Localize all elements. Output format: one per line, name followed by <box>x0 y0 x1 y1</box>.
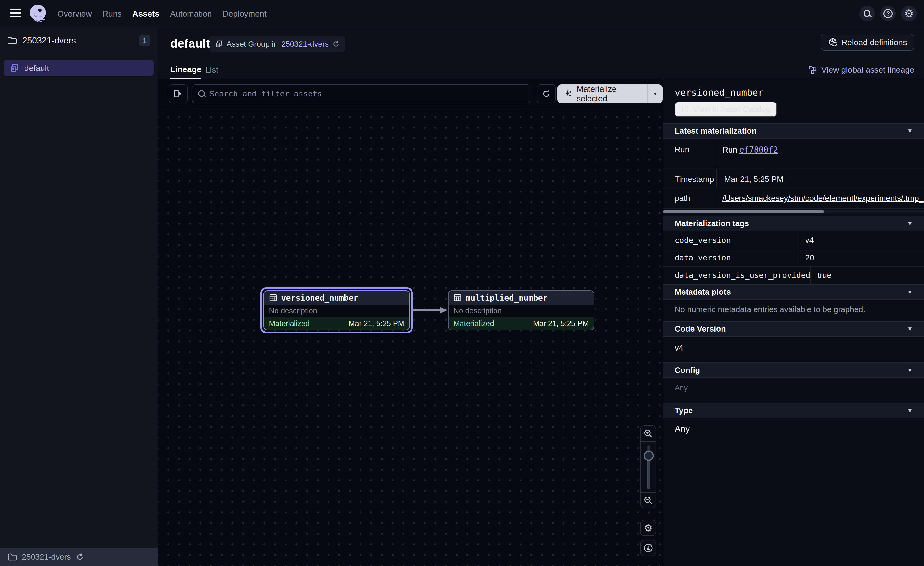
view-global-asset-lineage-link[interactable]: View global asset lineage <box>808 61 914 79</box>
nav-item-runs[interactable]: Runs <box>102 9 122 18</box>
graph-settings-button[interactable]: ⚙ <box>640 520 656 536</box>
lineage-canvas[interactable]: versioned_number No description Material… <box>158 108 663 566</box>
asset-node-description: No description <box>264 305 409 317</box>
chevron-down-icon: ▼ <box>907 367 913 373</box>
external-link-icon <box>681 105 689 113</box>
chevron-down-icon: ▼ <box>907 220 913 227</box>
sidebar-footer[interactable]: 250321-dvers <box>0 548 158 566</box>
tag-row-data-version: data_version 20 <box>663 249 924 267</box>
materialize-dropdown-button[interactable]: ▾ <box>647 84 663 103</box>
asset-group-badge: Asset Group in 250321-dvers <box>210 36 345 52</box>
folder-icon <box>8 553 17 561</box>
nav-item-overview[interactable]: Overview <box>57 9 92 18</box>
search-placeholder: Search and filter assets <box>210 89 322 98</box>
tab-list[interactable]: List <box>206 61 218 79</box>
view-in-asset-catalog-button[interactable]: View in Asset Catalog <box>675 102 777 117</box>
lineage-graph-icon <box>808 66 818 74</box>
latest-run-row: Run Run ef7800f2 <box>663 139 924 169</box>
section-title: Metadata plots <box>675 288 731 297</box>
section-metadata-plots[interactable]: Metadata plots ▼ <box>663 284 924 300</box>
asset-node-multiplied-number[interactable]: multiplied_number No description Materia… <box>448 290 594 330</box>
nav-item-assets[interactable]: Assets <box>132 9 159 18</box>
page-title: default <box>170 36 210 51</box>
sidebar-item-label: default <box>24 63 49 73</box>
asset-node-versioned-number[interactable]: versioned_number No description Material… <box>261 288 413 333</box>
sidebar-group-name: 250321-dvers <box>22 35 139 46</box>
run-label: Run <box>663 139 715 168</box>
dagster-logo[interactable] <box>27 3 48 24</box>
sidebar-item-default[interactable]: default <box>4 60 154 76</box>
hamburger-menu-icon[interactable] <box>10 9 21 18</box>
zoom-in-icon <box>644 429 653 438</box>
asset-search-input[interactable]: Search and filter assets <box>192 84 531 103</box>
search-button[interactable] <box>860 6 875 21</box>
table-icon <box>453 294 462 302</box>
asset-node-timestamp: Mar 21, 5:25 PM <box>533 319 589 328</box>
search-icon <box>864 10 871 17</box>
help-icon: ? <box>884 9 892 18</box>
code-version-value: v4 <box>675 343 683 352</box>
badge-prefix: Asset Group in <box>226 39 278 48</box>
panel-horizontal-scrollbar[interactable] <box>663 210 924 213</box>
zoom-controls <box>640 425 656 509</box>
help-button[interactable]: ? <box>880 6 896 21</box>
section-materialization-tags[interactable]: Materialization tags ▼ <box>663 216 924 231</box>
view-in-asset-catalog-label: View in Asset Catalog <box>693 105 771 114</box>
badge-group-link[interactable]: 250321-dvers <box>281 39 329 48</box>
sparkles-icon <box>564 89 573 99</box>
settings-button[interactable]: ⚙ <box>901 6 917 21</box>
run-value: Run ef7800f2 <box>715 139 924 168</box>
sidebar-group-row[interactable]: 250321-dvers 1 <box>0 27 158 54</box>
nav-item-deployment[interactable]: Deployment <box>223 9 267 18</box>
path-link[interactable]: /Users/smackesey/stm/code/elementl/exper… <box>723 194 924 203</box>
sidebar-footer-label: 250321-dvers <box>22 552 71 561</box>
section-latest-materialization[interactable]: Latest materialization ▼ <box>663 123 924 139</box>
section-code-version[interactable]: Code Version ▼ <box>663 321 924 337</box>
tag-row-data-version-is-user-provided: data_version_is_user_provided true <box>663 267 924 284</box>
folder-icon <box>7 36 17 45</box>
view-global-asset-lineage-label: View global asset lineage <box>821 65 914 75</box>
tag-key: data_version <box>663 249 798 266</box>
zoom-out-button[interactable] <box>640 492 656 508</box>
tab-lineage-label: Lineage <box>170 65 201 74</box>
reload-definitions-button[interactable]: Reload definitions <box>820 34 914 51</box>
asset-node-status: Materialized <box>269 319 309 328</box>
refresh-graph-button[interactable] <box>537 84 556 103</box>
download-image-button[interactable] <box>640 540 656 556</box>
tab-bar: Lineage List View global asset lineage <box>158 61 924 80</box>
run-id-link[interactable]: ef7800f2 <box>740 145 778 155</box>
zoom-in-button[interactable] <box>640 426 656 441</box>
panel-horizontal-scrollbar-thumb[interactable] <box>663 210 824 213</box>
tag-key: code_version <box>663 232 798 249</box>
zoom-slider-thumb[interactable] <box>644 451 654 461</box>
section-title: Materialization tags <box>675 219 749 228</box>
page-header: default Asset Group in 250321-dvers Relo… <box>158 27 924 61</box>
refresh-icon[interactable] <box>332 40 340 48</box>
chevron-down-icon: ▼ <box>907 128 913 134</box>
reload-location-icon[interactable] <box>76 553 84 561</box>
zoom-out-icon <box>644 496 653 505</box>
asset-node-name: multiplied_number <box>466 293 548 303</box>
latest-path-row: path /Users/smackesey/stm/code/elementl/… <box>663 188 924 209</box>
section-config[interactable]: Config ▼ <box>663 363 924 378</box>
tag-value: true <box>811 267 924 284</box>
latest-timestamp-row: Timestamp Mar 21, 5:25 PM <box>663 169 924 187</box>
asset-node-name: versioned_number <box>281 293 358 303</box>
materialize-selected-button[interactable]: Materialize selected ▾ <box>557 84 663 103</box>
timestamp-label: Timestamp <box>663 169 717 187</box>
expand-panel-button[interactable] <box>169 84 188 103</box>
lineage-edge-arrow <box>411 304 449 316</box>
tab-lineage[interactable]: Lineage <box>170 61 201 79</box>
section-title: Type <box>675 406 693 415</box>
asset-node-timestamp: Mar 21, 5:25 PM <box>349 319 404 328</box>
lineage-toolbar: Search and filter assets Materialize sel… <box>158 80 663 108</box>
asset-groups-sidebar: 250321-dvers 1 default 250321-dvers <box>0 27 158 566</box>
table-icon <box>269 294 277 302</box>
tag-row-code-version: code_version v4 <box>663 232 924 249</box>
zoom-slider[interactable] <box>640 441 656 492</box>
section-type[interactable]: Type ▼ <box>663 403 924 418</box>
sidebar-group-count-badge: 1 <box>139 35 150 47</box>
nav-item-automation[interactable]: Automation <box>170 9 212 18</box>
section-title: Code Version <box>675 324 726 334</box>
top-nav: Overview Runs Assets Automation Deployme… <box>0 0 924 27</box>
